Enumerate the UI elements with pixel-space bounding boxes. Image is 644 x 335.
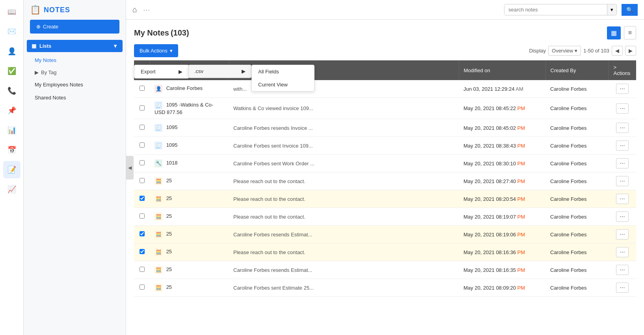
row-actions-cell[interactable]: ··· (609, 98, 636, 119)
row-checkbox-cell[interactable] (134, 208, 150, 226)
table-row: 👤 Caroline Forbes with... Jun 03, 2021 1… (134, 80, 636, 98)
row-created-by: Caroline Forbes (545, 279, 609, 297)
row-action-button[interactable]: ··· (616, 176, 628, 186)
nav-calendar-icon[interactable]: 📅 (3, 141, 20, 159)
row-action-button[interactable]: ··· (616, 140, 628, 151)
row-checkbox-cell[interactable] (134, 190, 150, 208)
current-view-option[interactable]: Current View (252, 78, 314, 91)
row-checkbox-cell[interactable] (134, 119, 150, 137)
search-container: ▾ (504, 4, 617, 15)
row-action-button[interactable]: ··· (616, 103, 628, 114)
display-select[interactable]: Overview ▾ (548, 46, 581, 56)
nav-report-icon[interactable]: 📊 (3, 122, 20, 139)
row-checkbox[interactable] (140, 231, 145, 236)
csv-label[interactable]: .csv ▶ (189, 65, 251, 78)
row-checkbox[interactable] (140, 267, 145, 272)
list-view-button[interactable]: ≡ (624, 26, 636, 39)
row-action-button[interactable]: ··· (616, 123, 628, 133)
row-checkbox-cell[interactable] (134, 172, 150, 190)
row-type-icon: 🧮 (154, 266, 162, 274)
row-checkbox-cell[interactable] (134, 279, 150, 297)
row-checkbox[interactable] (140, 86, 145, 91)
row-modified: May 20, 2021 08:19:07 PM (459, 208, 545, 226)
sidebar: 📋 NOTES ⊕ Create ▦ Lists ▼ My Notes ▶ By… (24, 0, 126, 335)
row-checkbox-cell[interactable] (134, 137, 150, 155)
sidebar-item-my-employees-notes[interactable]: My Employees Notes (27, 79, 123, 91)
row-name: 25 (166, 195, 172, 201)
row-checkbox[interactable] (140, 160, 145, 165)
row-actions-cell[interactable]: ··· (609, 279, 636, 297)
row-checkbox-cell[interactable] (134, 261, 150, 279)
row-actions-cell[interactable]: ··· (609, 155, 636, 172)
row-checkbox[interactable] (140, 125, 145, 130)
nav-book-icon[interactable]: 📖 (3, 3, 20, 21)
nav-phone-icon[interactable]: 📞 (3, 82, 20, 99)
row-actions-cell[interactable]: ··· (609, 261, 636, 279)
nav-notes-icon[interactable]: 📝 (3, 161, 20, 178)
row-checkbox[interactable] (140, 249, 145, 254)
row-checkbox-cell[interactable] (134, 226, 150, 243)
nav-pin-icon[interactable]: 📌 (3, 102, 20, 119)
row-checkbox-cell[interactable] (134, 80, 150, 98)
row-actions-cell[interactable]: ··· (609, 208, 636, 226)
row-checkbox[interactable] (140, 196, 145, 201)
arrow-right-icon: ▶ (179, 69, 182, 75)
row-actions-cell[interactable]: ··· (609, 226, 636, 243)
row-action-button[interactable]: ··· (616, 84, 628, 94)
row-type-icon: 🧾 (154, 142, 162, 150)
search-input[interactable] (504, 4, 607, 15)
row-type-icon: 🔧 (154, 159, 162, 167)
row-checkbox[interactable] (140, 284, 145, 290)
display-chevron-icon: ▾ (575, 48, 577, 54)
row-checkbox[interactable] (140, 105, 145, 110)
row-action-button[interactable]: ··· (616, 194, 628, 204)
nav-person-icon[interactable]: 👤 (3, 43, 20, 60)
create-button[interactable]: ⊕ Create (30, 20, 119, 34)
row-name-cell: 🧾 1095 -Watkins & Co- USD 877.56 (150, 98, 229, 119)
sidebar-item-by-tag[interactable]: ▶ By Tag (24, 67, 126, 78)
more-icon[interactable]: ··· (143, 7, 151, 13)
grid-view-button[interactable]: ▦ (607, 26, 621, 39)
row-checkbox[interactable] (140, 213, 145, 219)
row-checkbox[interactable] (140, 142, 145, 148)
nav-chart-icon[interactable]: 📈 (3, 181, 20, 198)
bulk-actions-button[interactable]: Bulk Actions ▾ (134, 44, 178, 57)
row-action-button[interactable]: ··· (616, 211, 628, 222)
row-action-button[interactable]: ··· (616, 265, 628, 275)
row-action-button[interactable]: ··· (616, 247, 628, 257)
search-go-button[interactable]: 🔍 (622, 4, 638, 16)
row-actions-cell[interactable]: ··· (609, 172, 636, 190)
app-title: NOTES (44, 6, 70, 14)
search-dropdown-button[interactable]: ▾ (607, 4, 616, 15)
plus-icon: ⊕ (36, 24, 41, 30)
pagination-prev-button[interactable]: ◀ (612, 46, 623, 56)
sidebar-item-shared-notes[interactable]: Shared Notes (27, 92, 123, 104)
row-actions-cell[interactable]: ··· (609, 119, 636, 137)
nav-calendar-check-icon[interactable]: ✅ (3, 62, 20, 80)
row-action-button[interactable]: ··· (616, 283, 628, 293)
all-fields-option[interactable]: All Fields (252, 65, 314, 78)
row-name-cell: 🧮 25 (150, 172, 229, 190)
row-name: 25 (166, 178, 172, 183)
row-type-icon: 👤 (154, 85, 162, 93)
row-actions-cell[interactable]: ··· (609, 137, 636, 155)
pagination-next-button[interactable]: ▶ (625, 46, 636, 56)
row-checkbox[interactable] (140, 178, 145, 183)
row-checkbox-cell[interactable] (134, 155, 150, 172)
row-checkbox-cell[interactable] (134, 98, 150, 119)
row-actions-cell[interactable]: ··· (609, 190, 636, 208)
row-action-button[interactable]: ··· (616, 158, 628, 168)
row-actions-cell[interactable]: ··· (609, 80, 636, 98)
sidebar-item-my-notes[interactable]: My Notes (27, 54, 123, 66)
sidebar-lists-section[interactable]: ▦ Lists ▼ (27, 40, 123, 52)
row-actions-cell[interactable]: ··· (609, 243, 636, 261)
home-icon[interactable]: ⌂ (132, 5, 137, 14)
row-checkbox-cell[interactable] (134, 243, 150, 261)
export-menu-item[interactable]: Export ▶ (134, 65, 189, 78)
header-created-by: Created By (545, 60, 609, 80)
notes-area: My Notes (103) ▦ ≡ Bulk Actions ▾ Exp (126, 20, 644, 335)
row-name-cell: 🧮 25 (150, 261, 229, 279)
row-action-button[interactable]: ··· (616, 229, 628, 240)
nav-mail-icon[interactable]: ✉️ (3, 23, 20, 40)
row-name-cell: 👤 Caroline Forbes (150, 80, 229, 98)
